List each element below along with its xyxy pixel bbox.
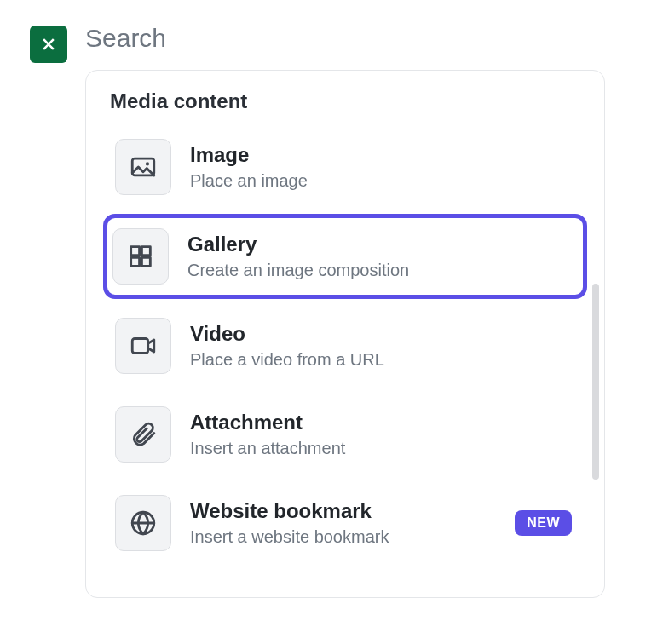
- svg-point-1: [146, 162, 149, 165]
- menu-item-attachment[interactable]: Attachment Insert an attachment: [107, 393, 584, 476]
- item-title: Gallery: [187, 232, 574, 257]
- close-icon: [40, 36, 57, 53]
- item-text: Image Place an image: [190, 142, 572, 192]
- item-title: Attachment: [190, 410, 572, 435]
- item-desc: Place a video from a URL: [190, 348, 572, 371]
- svg-rect-5: [141, 257, 150, 266]
- item-text: Video Place a video from a URL: [190, 321, 572, 371]
- item-text: Attachment Insert an attachment: [190, 410, 572, 459]
- item-text: Website bookmark Insert a website bookma…: [190, 498, 496, 548]
- svg-rect-3: [141, 247, 150, 256]
- menu-item-image[interactable]: Image Place an image: [107, 125, 584, 209]
- item-title: Video: [190, 321, 572, 347]
- item-desc: Insert an attachment: [190, 437, 572, 459]
- section-title: Media content: [107, 89, 584, 113]
- item-desc: Insert a website bookmark: [190, 526, 496, 548]
- menu-item-video[interactable]: Video Place a video from a URL: [107, 304, 584, 388]
- item-title: Website bookmark: [190, 498, 496, 524]
- search-input[interactable]: [85, 24, 341, 53]
- item-desc: Create an image composition: [187, 259, 574, 281]
- item-title: Image: [190, 142, 572, 168]
- close-button[interactable]: [30, 26, 67, 63]
- svg-rect-2: [131, 247, 140, 256]
- item-text: Gallery Create an image composition: [187, 232, 574, 281]
- image-icon: [115, 139, 171, 195]
- new-badge: NEW: [515, 510, 572, 536]
- item-desc: Place an image: [190, 170, 572, 192]
- video-icon: [115, 318, 171, 374]
- gallery-icon: [112, 228, 169, 285]
- menu-item-website-bookmark[interactable]: Website bookmark Insert a website bookma…: [107, 481, 584, 565]
- globe-icon: [115, 495, 171, 551]
- media-panel: Media content Image Place an image Galle…: [85, 70, 605, 598]
- menu-item-gallery[interactable]: Gallery Create an image composition: [103, 214, 587, 299]
- svg-rect-6: [132, 339, 147, 354]
- scrollbar-thumb[interactable]: [592, 284, 599, 480]
- search-row: [20, 24, 643, 53]
- attachment-icon: [115, 406, 171, 463]
- svg-rect-4: [131, 257, 140, 266]
